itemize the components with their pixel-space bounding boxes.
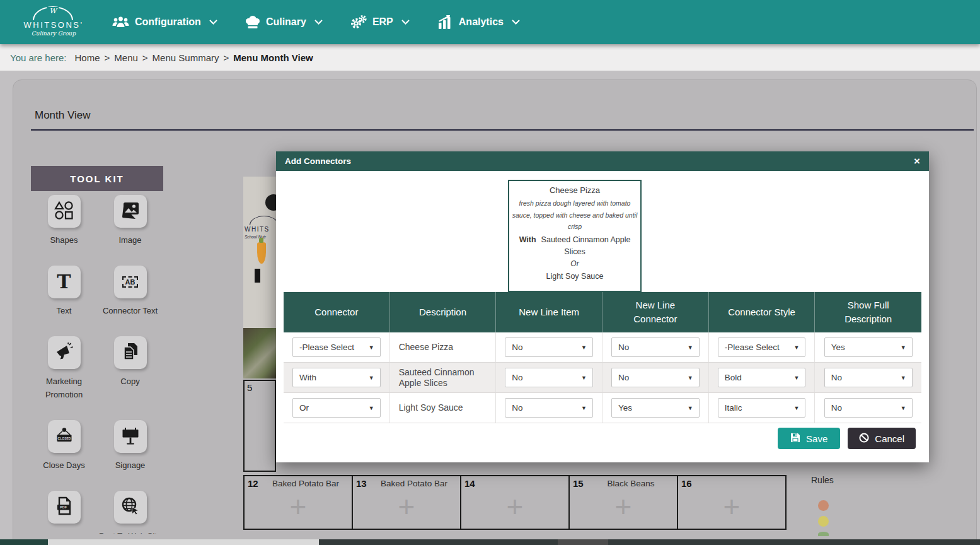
dropdown-caret-icon: ▼: [688, 375, 693, 381]
dropdown-caret-icon: ▼: [793, 344, 799, 351]
breadcrumb-home[interactable]: Home: [75, 52, 100, 63]
background-taskbar-strip: [0, 539, 980, 545]
menu-item-label: Baked Potato Bar: [371, 479, 458, 488]
billboard-icon: [121, 426, 140, 447]
tool-marketing-promotion[interactable]: Marketing Promotion: [31, 336, 97, 401]
tool-export-pdf[interactable]: PDF: [31, 491, 97, 534]
add-item-plus-icon[interactable]: +: [615, 489, 632, 524]
calendar-cell-12[interactable]: 12 Baked Potato Bar +: [243, 475, 353, 530]
show-full-description-select-row-1[interactable]: Yes▼: [824, 337, 913, 357]
dropdown-caret-icon: ▼: [901, 405, 906, 411]
new-line-item-select-row-1[interactable]: No▼: [505, 337, 593, 357]
dropdown-caret-icon: ▼: [688, 344, 693, 351]
description-cell: Sauteed Cinnamon Apple Slices: [390, 363, 497, 392]
cancel-button[interactable]: Cancel: [848, 428, 916, 449]
new-line-connector-select-row-1[interactable]: No▼: [611, 337, 700, 357]
bar-chart-icon: [437, 15, 453, 29]
copy-icon: [122, 342, 139, 363]
select-value: No: [618, 373, 629, 382]
add-item-plus-icon[interactable]: +: [398, 489, 415, 524]
close-icon[interactable]: ×: [914, 156, 920, 167]
connector-select-row-2[interactable]: With▼: [292, 368, 381, 387]
photo-fragment: [265, 194, 277, 211]
preview-connector-line: WithSauteed Cinnamon Apple Slices: [509, 234, 640, 258]
megaphone-icon: [55, 343, 74, 363]
col-header-new-line-connector: New Line Connector: [602, 292, 709, 332]
calendar-cell-16[interactable]: 16 +: [677, 475, 787, 530]
toolkit-header: TOOL KIT: [31, 166, 163, 191]
tool-label: Shapes: [50, 233, 78, 247]
add-item-plus-icon[interactable]: +: [723, 489, 741, 524]
menu-template-header: WHITS School Nutr: [243, 177, 277, 328]
dropdown-caret-icon: ▼: [369, 405, 374, 411]
preview-connector-or: Or: [509, 258, 640, 269]
tool-label: Signage: [115, 459, 146, 472]
new-line-item-select-row-2[interactable]: No▼: [505, 368, 593, 387]
calendar-day-number: 16: [681, 478, 692, 489]
new-line-item-select-row-3[interactable]: No▼: [505, 398, 593, 418]
top-navbar: W WHITSONS' Culinary Group Configuration: [0, 0, 980, 44]
connector-select-row-1[interactable]: -Please Select▼: [292, 337, 381, 357]
show-full-description-select-row-3[interactable]: No▼: [824, 398, 913, 418]
select-value: Bold: [725, 373, 742, 382]
menu-culinary[interactable]: Culinary: [245, 15, 323, 29]
preview-description-line: fresh pizza dough layered with tomato: [509, 197, 640, 209]
page-title: Month View: [35, 109, 91, 122]
menu-configuration[interactable]: Configuration: [112, 16, 217, 28]
connector-style-select-row-1[interactable]: -Please Select▼: [718, 337, 806, 357]
select-value: No: [831, 403, 842, 413]
new-line-connector-select-row-3[interactable]: Yes▼: [611, 398, 700, 418]
whitsons-logo[interactable]: W WHITSONS' Culinary Group: [19, 4, 88, 40]
breadcrumb-separator: >: [142, 52, 148, 63]
tool-text[interactable]: T Text: [31, 266, 97, 317]
people-icon: [112, 16, 129, 28]
menu-analytics[interactable]: Analytics: [437, 15, 520, 29]
connector-style-select-row-2[interactable]: Bold▼: [718, 368, 806, 387]
calendar-cell-13[interactable]: 13 Baked Potato Bar +: [352, 475, 461, 530]
table-row: Or▼ Light Soy Sauce No▼ Yes▼ Italic▼ No▼: [284, 393, 921, 423]
col-header-connector-style: Connector Style: [709, 292, 816, 332]
tool-label: Marketing Promotion: [31, 375, 97, 401]
chef-hat-icon: [245, 15, 260, 29]
breadcrumb-menu[interactable]: Menu: [114, 52, 138, 63]
calendar-cell-5[interactable]: 5: [243, 380, 276, 472]
dropdown-caret-icon: ▼: [581, 375, 587, 381]
tool-shapes[interactable]: Shapes: [31, 195, 97, 247]
save-button[interactable]: Save: [778, 428, 840, 449]
tool-connector-text[interactable]: AB Connector Text: [97, 266, 163, 317]
dropdown-caret-icon: ▼: [581, 405, 587, 411]
tool-copy[interactable]: Copy: [97, 336, 163, 401]
new-line-connector-select-row-2[interactable]: No▼: [611, 368, 700, 387]
modal-actions: Save Cancel: [778, 428, 916, 449]
add-item-plus-icon[interactable]: +: [507, 489, 524, 524]
svg-text:CLOSED: CLOSED: [57, 436, 71, 440]
tool-signage[interactable]: Signage: [97, 420, 163, 472]
tool-image[interactable]: Image: [97, 195, 163, 247]
preview-item-2: Light Soy Sauce: [509, 271, 640, 283]
calendar-day-number: 13: [356, 478, 367, 489]
dropdown-caret-icon: ▼: [369, 375, 374, 381]
logo-w: W: [47, 7, 59, 15]
connector-select-row-3[interactable]: Or▼: [292, 398, 381, 418]
text-icon: T: [57, 272, 71, 291]
brand-tagline: Culinary Group: [19, 30, 88, 37]
menu-erp[interactable]: ERP: [350, 15, 410, 30]
tool-post-to-web[interactable]: Post To Web Site: [97, 491, 163, 534]
image-icon: [120, 201, 140, 221]
connector-style-select-row-3[interactable]: Italic▼: [718, 398, 806, 418]
breadcrumb-menu-summary[interactable]: Menu Summary: [153, 52, 219, 63]
cancel-button-label: Cancel: [875, 433, 904, 444]
select-value: Italic: [725, 403, 742, 413]
col-header-description: Description: [390, 292, 497, 332]
connector-preview-box: Cheese Pizza fresh pizza dough layered w…: [508, 180, 642, 292]
add-connectors-modal: Add Connectors × Cheese Pizza fresh pizz…: [276, 151, 929, 462]
calendar-cell-15[interactable]: 15 Black Beans +: [568, 475, 678, 530]
menu-analytics-label: Analytics: [459, 16, 504, 28]
show-full-description-select-row-2[interactable]: No▼: [824, 368, 913, 387]
dropdown-caret-icon: ▼: [581, 344, 587, 351]
add-item-plus-icon[interactable]: +: [290, 489, 307, 524]
tool-close-days[interactable]: CLOSED Close Days: [31, 420, 97, 472]
title-divider: [31, 129, 974, 131]
select-value: Or: [299, 403, 309, 413]
calendar-cell-14[interactable]: 14 +: [460, 475, 570, 530]
